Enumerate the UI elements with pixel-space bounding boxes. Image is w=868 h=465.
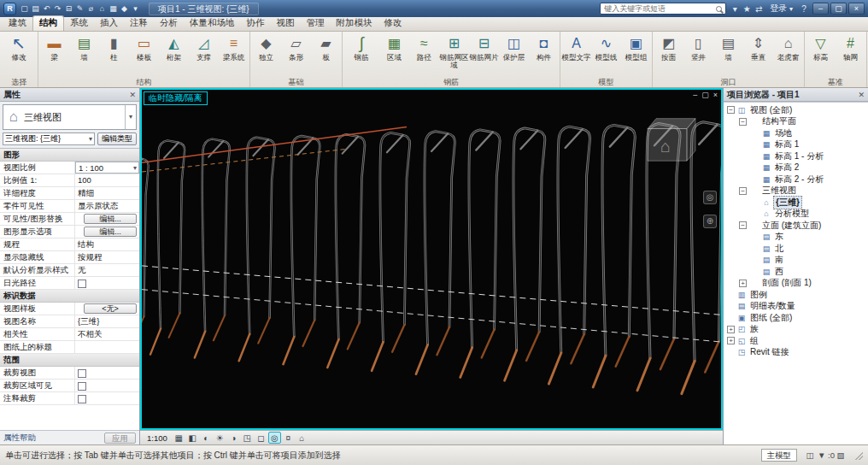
browser-item[interactable]: − 立面 (建筑立面) — [724, 220, 868, 232]
ribbon-tab[interactable]: 修改 — [378, 16, 408, 31]
titlebar-icon[interactable]: ▾ — [729, 4, 741, 14]
status-icon[interactable]: ◫ — [802, 450, 818, 460]
ribbon-button[interactable]: ▦区域 — [379, 32, 409, 77]
expand-collapse-icon[interactable]: − — [739, 221, 747, 229]
property-value[interactable]: 按规程 — [75, 251, 139, 263]
property-value[interactable] — [75, 341, 139, 353]
zoom-icon[interactable]: ⊕ — [703, 215, 717, 228]
qat-button[interactable]: ▢ — [19, 1, 30, 16]
property-value[interactable]: 1 : 100 — [75, 162, 139, 174]
property-value[interactable]: 精细 — [75, 187, 139, 199]
expand-collapse-icon[interactable] — [752, 152, 760, 160]
ribbon-button[interactable]: ▤墙 — [713, 32, 743, 77]
browser-item[interactable]: ▦ 标高 1 — [724, 139, 868, 151]
type-selector[interactable]: ⌂ 三维视图 ▾ — [3, 104, 137, 130]
expand-collapse-icon[interactable]: + — [727, 326, 735, 333]
ribbon-button[interactable]: ▤墙 — [69, 32, 99, 77]
qat-button[interactable]: ▾ — [130, 1, 141, 16]
drawing-area[interactable]: ⌂ 临时隐藏/隔离 –▢× ◎ ⊕ — [140, 88, 723, 430]
expand-collapse-icon[interactable] — [752, 164, 760, 172]
view-control-icon[interactable]: ◳ — [241, 432, 254, 444]
ribbon-button[interactable]: ◫保护层 — [499, 32, 529, 77]
qat-button[interactable]: ⌀ — [85, 1, 97, 16]
browser-item[interactable]: ▦ 标高 1 - 分析 — [724, 150, 868, 162]
ribbon-button[interactable]: ⇕垂直 — [743, 32, 773, 77]
browser-item[interactable]: ▦ 场地 — [724, 127, 868, 139]
browser-item[interactable]: ▣ 图纸 (全部) — [724, 312, 868, 324]
ribbon-button[interactable]: ▣模型组 — [621, 32, 651, 77]
expand-collapse-icon[interactable]: − — [739, 118, 747, 126]
expand-collapse-icon[interactable]: − — [739, 187, 747, 195]
close-icon[interactable]: ✕ — [129, 91, 136, 99]
ribbon-tab[interactable]: 分析 — [154, 16, 184, 31]
close-icon[interactable]: ✕ — [858, 91, 865, 99]
property-value[interactable]: 无 — [75, 264, 139, 276]
resize-grip[interactable] — [853, 450, 863, 460]
browser-item[interactable]: ▤ 南 — [724, 255, 868, 267]
qat-button[interactable]: ◆ — [119, 1, 130, 16]
app-menu-button[interactable]: R — [3, 3, 16, 15]
window-control-button[interactable]: ▢ — [830, 3, 847, 15]
instance-selector[interactable]: 三维视图: {三维}▾ — [3, 132, 95, 145]
ribbon-button[interactable]: ⊟钢筋网片 — [469, 32, 499, 77]
ribbon-button[interactable]: ⌂老虎窗 — [773, 32, 803, 77]
view-control-icon[interactable]: ◻ — [255, 432, 267, 444]
view-control-icon[interactable]: ☀ — [214, 432, 226, 444]
view-control-icon[interactable]: ¤ — [282, 432, 295, 444]
qat-button[interactable]: ↶ — [41, 1, 52, 16]
browser-item[interactable]: + ◱ 组 — [724, 335, 868, 347]
browser-item[interactable]: + 剖面 (剖面 1) — [724, 278, 868, 290]
expand-collapse-icon[interactable] — [752, 256, 760, 264]
status-icon[interactable]: ▧ — [833, 450, 848, 460]
view-scale-button[interactable]: 1:100 — [143, 433, 172, 443]
browser-item[interactable]: ▤ 北 — [724, 243, 868, 255]
property-value[interactable]: 100 — [75, 174, 139, 186]
browser-item[interactable]: ▤ 明细表/数量 — [724, 301, 868, 313]
ribbon-tab[interactable]: 系统 — [64, 16, 94, 31]
ribbon-tab[interactable]: 体量和场地 — [184, 16, 241, 31]
view-control-icon[interactable]: ◐ — [200, 432, 213, 444]
view-control-icon[interactable]: ⌂ — [296, 432, 308, 444]
expand-collapse-icon[interactable] — [727, 349, 735, 356]
property-value[interactable] — [75, 367, 139, 379]
titlebar-icon[interactable]: ★ — [741, 4, 753, 14]
property-value[interactable]: 不相关 — [75, 328, 139, 340]
browser-item[interactable]: − ◫ 视图 (全部) — [724, 104, 868, 116]
browser-item[interactable]: + ◰ 族 — [724, 324, 868, 336]
ribbon-button[interactable]: ∿模型线 — [591, 32, 621, 77]
ribbon-button[interactable]: ◭桁架 — [159, 32, 189, 77]
chevron-down-icon[interactable]: ▾ — [125, 105, 136, 129]
view-window-button[interactable]: – — [693, 91, 697, 99]
qat-button[interactable]: ▦ — [108, 1, 119, 16]
ribbon-button[interactable]: ▮柱 — [99, 32, 129, 77]
edit-type-button[interactable]: 编辑类型 — [97, 132, 137, 145]
property-value[interactable]: 结构 — [75, 238, 139, 250]
expand-collapse-icon[interactable] — [752, 268, 760, 275]
ribbon-button[interactable]: ◿支撑 — [189, 32, 219, 77]
expand-collapse-icon[interactable] — [727, 291, 735, 298]
browser-item[interactable]: ▦ 标高 2 - 分析 — [724, 174, 868, 185]
ribbon-tab[interactable]: 结构 — [32, 15, 64, 31]
qat-button[interactable]: ⌂ — [97, 1, 108, 16]
view-control-icon[interactable]: ◎ — [268, 432, 281, 444]
ribbon-button[interactable]: ↖修改 — [1, 32, 37, 77]
browser-item[interactable]: ⌂ {三维} — [724, 197, 868, 209]
search-icon[interactable] — [716, 6, 722, 12]
view-control-icon[interactable]: ◑ — [227, 432, 240, 444]
expand-collapse-icon[interactable]: − — [727, 106, 735, 114]
view-control-icon[interactable]: ▦ — [173, 432, 185, 444]
property-value[interactable]: 编辑... — [84, 214, 137, 224]
property-value[interactable] — [75, 277, 139, 289]
ribbon-button[interactable]: ▽标高 — [806, 32, 836, 77]
view-window-button[interactable]: ▢ — [701, 91, 709, 99]
browser-item[interactable]: ⌂ 分析模型 — [724, 209, 868, 221]
window-control-button[interactable]: – — [812, 3, 829, 15]
property-value[interactable] — [75, 392, 139, 404]
qat-button[interactable]: ✎ — [74, 1, 85, 16]
ribbon-button[interactable]: #轴网 — [836, 32, 865, 77]
titlebar-icon[interactable]: ⇄ — [753, 4, 765, 14]
expand-collapse-icon[interactable]: + — [727, 337, 735, 344]
ribbon-tab[interactable]: 视图 — [271, 16, 301, 31]
expand-collapse-icon[interactable] — [727, 303, 735, 310]
ribbon-tab[interactable]: 管理 — [301, 16, 331, 31]
